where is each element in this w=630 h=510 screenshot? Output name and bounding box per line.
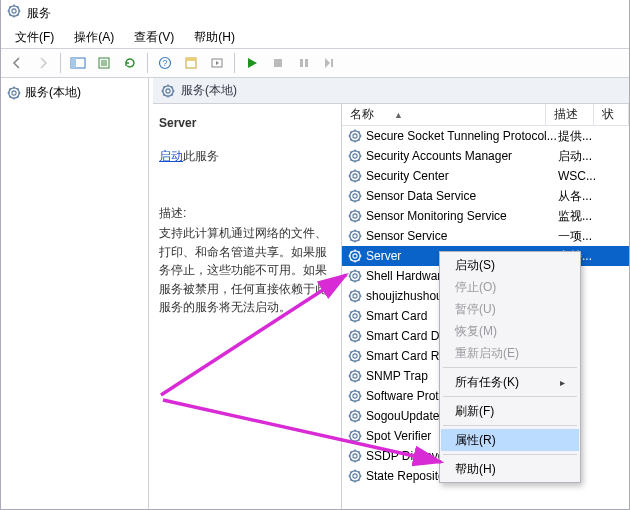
svg-rect-30	[305, 59, 308, 67]
window-title: 服务	[27, 5, 51, 22]
menu-view[interactable]: 查看(V)	[124, 27, 184, 48]
gear-icon	[348, 289, 362, 303]
gear-icon	[348, 149, 362, 163]
col-status[interactable]: 状	[594, 104, 629, 125]
service-row[interactable]: Security Accounts Manager启动...	[342, 146, 629, 166]
context-menu: 启动(S) 停止(O) 暂停(U) 恢复(M) 重新启动(E) 所有任务(K) …	[439, 251, 581, 483]
service-name: Sensor Data Service	[366, 189, 558, 203]
ctx-restart: 重新启动(E)	[441, 342, 579, 364]
gear-icon	[7, 86, 21, 100]
refresh-button[interactable]	[118, 51, 142, 75]
app-icon	[7, 4, 21, 22]
gear-icon	[348, 249, 362, 263]
service-desc: 监视...	[558, 208, 604, 225]
right-header: 服务(本地)	[153, 78, 629, 104]
service-name: Security Accounts Manager	[366, 149, 558, 163]
gear-icon	[348, 309, 362, 323]
service-row[interactable]: Sensor Service一项...	[342, 226, 629, 246]
menu-bar: 文件(F) 操作(A) 查看(V) 帮助(H)	[1, 26, 629, 48]
gear-icon	[348, 449, 362, 463]
gear-icon	[161, 84, 175, 98]
title-bar: 服务	[1, 0, 629, 26]
ctx-all-tasks[interactable]: 所有任务(K)	[441, 371, 579, 393]
col-desc[interactable]: 描述	[546, 104, 594, 125]
svg-rect-31	[331, 59, 333, 67]
detail-title: Server	[159, 116, 331, 130]
gear-icon	[348, 269, 362, 283]
toolbar: ?	[1, 48, 629, 78]
service-name: Sensor Service	[366, 229, 558, 243]
gear-icon	[348, 409, 362, 423]
start-service-button[interactable]	[240, 51, 264, 75]
desc-text: 支持此计算机通过网络的文件、打印、和命名管道共享。如果服务停止，这些功能不可用。…	[159, 224, 331, 317]
service-row[interactable]: Security CenterWSC...	[342, 166, 629, 186]
gear-icon	[348, 389, 362, 403]
gear-icon	[348, 469, 362, 483]
ctx-resume: 恢复(M)	[441, 320, 579, 342]
service-row[interactable]: Sensor Data Service从各...	[342, 186, 629, 206]
nav-forward-button[interactable]	[31, 51, 55, 75]
tree-root-services[interactable]: 服务(本地)	[1, 82, 148, 103]
svg-rect-21	[71, 58, 76, 68]
gear-icon	[348, 129, 362, 143]
service-desc: 从各...	[558, 188, 604, 205]
detail-pane: Server 启动此服务 描述: 支持此计算机通过网络的文件、打印、和命名管道共…	[149, 104, 341, 509]
svg-rect-26	[186, 58, 196, 61]
gear-icon	[348, 369, 362, 383]
menu-action[interactable]: 操作(A)	[64, 27, 124, 48]
desc-label: 描述:	[159, 205, 331, 222]
ctx-start[interactable]: 启动(S)	[441, 254, 579, 276]
sort-indicator-icon: ▲	[394, 110, 403, 120]
start-link[interactable]: 启动	[159, 149, 183, 163]
gear-icon	[348, 209, 362, 223]
gear-icon	[348, 349, 362, 363]
show-hide-tree-button[interactable]	[66, 51, 90, 75]
col-name[interactable]: 名称 ▲	[342, 104, 546, 125]
tree-root-label: 服务(本地)	[25, 84, 81, 101]
service-desc: 提供...	[558, 128, 604, 145]
service-desc: WSC...	[558, 169, 604, 183]
service-row[interactable]: Secure Socket Tunneling Protocol...提供...	[342, 126, 629, 146]
ctx-refresh[interactable]: 刷新(F)	[441, 400, 579, 422]
menu-file[interactable]: 文件(F)	[5, 27, 64, 48]
action-button[interactable]	[205, 51, 229, 75]
ctx-stop: 停止(O)	[441, 276, 579, 298]
service-name: Sensor Monitoring Service	[366, 209, 558, 223]
start-suffix: 此服务	[183, 149, 219, 163]
service-desc: 启动...	[558, 148, 604, 165]
service-row[interactable]: Sensor Monitoring Service监视...	[342, 206, 629, 226]
column-headers[interactable]: 名称 ▲ 描述 状	[342, 104, 629, 126]
pause-service-button[interactable]	[292, 51, 316, 75]
export-list-button[interactable]	[92, 51, 116, 75]
stop-service-button[interactable]	[266, 51, 290, 75]
menu-help[interactable]: 帮助(H)	[184, 27, 245, 48]
gear-icon	[348, 189, 362, 203]
gear-icon	[348, 329, 362, 343]
svg-text:?: ?	[162, 58, 167, 68]
restart-service-button[interactable]	[318, 51, 342, 75]
gear-icon	[348, 169, 362, 183]
nav-back-button[interactable]	[5, 51, 29, 75]
properties-button[interactable]	[179, 51, 203, 75]
svg-rect-28	[274, 59, 282, 67]
gear-icon	[348, 429, 362, 443]
svg-rect-29	[300, 59, 303, 67]
service-name: Secure Socket Tunneling Protocol...	[366, 129, 558, 143]
help-button[interactable]: ?	[153, 51, 177, 75]
ctx-help[interactable]: 帮助(H)	[441, 458, 579, 480]
ctx-properties[interactable]: 属性(R)	[441, 429, 579, 451]
ctx-pause: 暂停(U)	[441, 298, 579, 320]
service-desc: 一项...	[558, 228, 604, 245]
service-name: Security Center	[366, 169, 558, 183]
right-header-label: 服务(本地)	[181, 82, 237, 99]
gear-icon	[348, 229, 362, 243]
console-tree[interactable]: 服务(本地)	[1, 78, 149, 509]
